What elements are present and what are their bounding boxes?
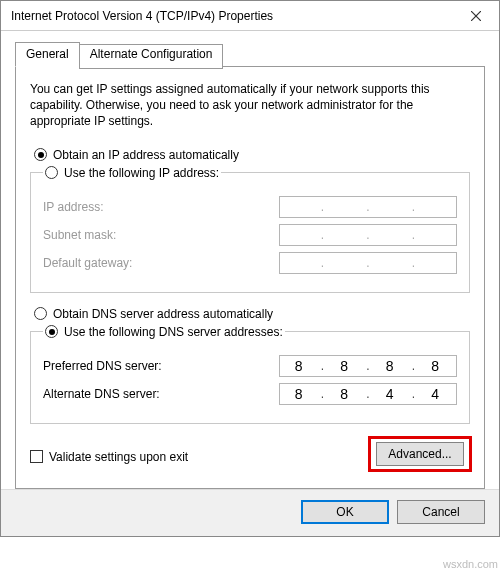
dialog-window: Internet Protocol Version 4 (TCP/IPv4) P… — [0, 0, 500, 537]
input-preferred-dns[interactable]: 8. 8. 8. 8 — [279, 355, 457, 377]
input-default-gateway: . . . — [279, 252, 457, 274]
radio-obtain-dns-auto[interactable]: Obtain DNS server address automatically — [34, 307, 470, 321]
radio-label: Obtain DNS server address automatically — [53, 307, 273, 321]
tabstrip: General Alternate Configuration — [15, 42, 485, 67]
radio-icon — [45, 166, 58, 179]
close-icon — [471, 11, 481, 21]
radio-icon — [45, 325, 58, 338]
client-area: General Alternate Configuration You can … — [1, 31, 499, 489]
tab-page-general: You can get IP settings assigned automat… — [15, 66, 485, 489]
label-alternate-dns: Alternate DNS server: — [43, 387, 160, 401]
dialog-footer: OK Cancel — [1, 489, 499, 536]
highlight-advanced: Advanced... — [370, 438, 470, 470]
radio-icon — [34, 148, 47, 161]
radio-use-dns-manual[interactable]: Use the following DNS server addresses: — [45, 325, 283, 339]
radio-label: Use the following IP address: — [64, 166, 219, 180]
radio-label: Obtain an IP address automatically — [53, 148, 239, 162]
label-ip-address: IP address: — [43, 200, 103, 214]
group-ip-manual: Use the following IP address: IP address… — [30, 166, 470, 293]
intro-text: You can get IP settings assigned automat… — [30, 81, 470, 130]
watermark: wsxdn.com — [443, 558, 498, 569]
close-button[interactable] — [453, 1, 499, 30]
cancel-button[interactable]: Cancel — [397, 500, 485, 524]
input-ip-address: . . . — [279, 196, 457, 218]
window-title: Internet Protocol Version 4 (TCP/IPv4) P… — [11, 9, 453, 23]
ok-button[interactable]: OK — [301, 500, 389, 524]
input-subnet-mask: . . . — [279, 224, 457, 246]
checkbox-validate-on-exit[interactable]: Validate settings upon exit — [30, 450, 188, 464]
radio-label: Use the following DNS server addresses: — [64, 325, 283, 339]
advanced-button[interactable]: Advanced... — [376, 442, 464, 466]
label-preferred-dns: Preferred DNS server: — [43, 359, 162, 373]
checkbox-label: Validate settings upon exit — [49, 450, 188, 464]
checkbox-icon — [30, 450, 43, 463]
label-default-gateway: Default gateway: — [43, 256, 132, 270]
titlebar: Internet Protocol Version 4 (TCP/IPv4) P… — [1, 1, 499, 31]
input-alternate-dns[interactable]: 8. 8. 4. 4 — [279, 383, 457, 405]
radio-icon — [34, 307, 47, 320]
label-subnet-mask: Subnet mask: — [43, 228, 116, 242]
radio-obtain-ip-auto[interactable]: Obtain an IP address automatically — [34, 148, 470, 162]
tab-alternate-configuration[interactable]: Alternate Configuration — [79, 44, 224, 69]
tab-general[interactable]: General — [15, 42, 80, 67]
group-dns-manual: Use the following DNS server addresses: … — [30, 325, 470, 424]
radio-use-ip-manual[interactable]: Use the following IP address: — [45, 166, 219, 180]
